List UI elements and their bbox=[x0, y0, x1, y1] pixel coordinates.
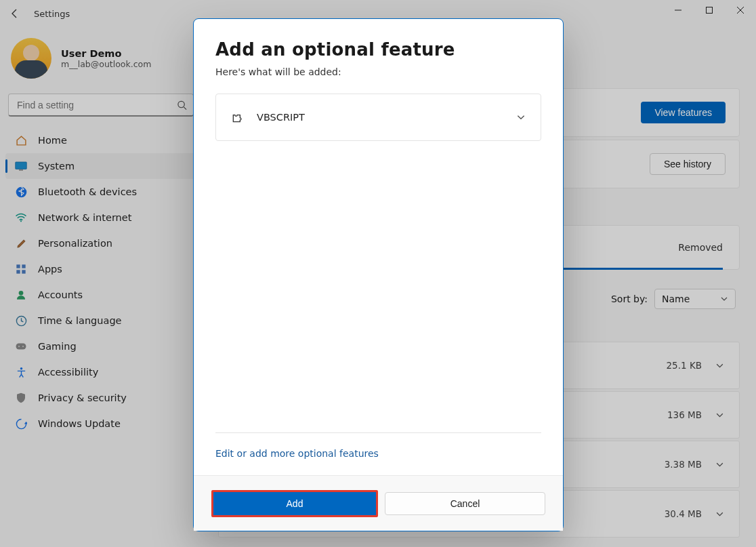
dialog-footer: Add Cancel bbox=[194, 475, 563, 531]
add-button[interactable]: Add bbox=[213, 492, 376, 515]
add-button-highlight: Add bbox=[211, 490, 378, 517]
divider bbox=[215, 432, 541, 433]
dialog-title: Add an optional feature bbox=[215, 39, 541, 60]
add-feature-dialog: Add an optional feature Here's what will… bbox=[193, 18, 564, 531]
puzzle-icon bbox=[231, 110, 245, 124]
cancel-button[interactable]: Cancel bbox=[385, 492, 545, 515]
feature-item[interactable]: VBSCRIPT bbox=[215, 94, 541, 141]
edit-features-link[interactable]: Edit or add more optional features bbox=[215, 448, 379, 459]
feature-name: VBSCRIPT bbox=[257, 112, 504, 123]
chevron-down-icon[interactable] bbox=[516, 113, 526, 122]
dialog-subtitle: Here's what will be added: bbox=[215, 66, 541, 77]
